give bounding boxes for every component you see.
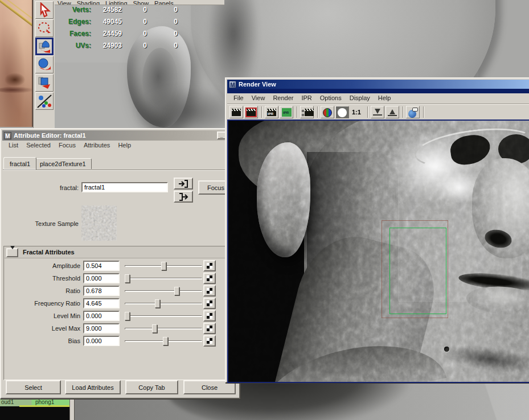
tab-fractal1[interactable]: fractal1 <box>3 157 36 170</box>
swatch-label[interactable]: oud1 <box>1 399 14 405</box>
toolbar-separator <box>367 106 368 118</box>
rgb-channels-icon[interactable] <box>321 106 334 118</box>
hud-uvs-hilite-count: 0 <box>150 42 178 50</box>
threshold-slider-handle[interactable] <box>125 274 130 283</box>
rv-menu-file[interactable]: File <box>229 93 248 103</box>
bias-map-button[interactable] <box>203 335 216 347</box>
panel-menu-panels[interactable]: Panels <box>151 0 177 5</box>
bias-slider[interactable] <box>125 336 202 346</box>
one-to-one-icon[interactable]: 1:1 <box>350 106 364 118</box>
attribute-editor-tabs: fractal1 place2dTexture1 <box>3 155 238 169</box>
checker-map-icon <box>207 275 212 281</box>
copy-tab-button[interactable]: Copy Tab <box>125 380 178 394</box>
input-connection-button[interactable] <box>174 178 193 190</box>
panel-menu-show[interactable]: Show <box>130 0 152 5</box>
ipr-update-icon[interactable]: IPR <box>280 106 293 118</box>
threshold-slider[interactable] <box>125 274 202 283</box>
rv-menu-display[interactable]: Display <box>346 93 374 103</box>
ratio-input[interactable] <box>83 286 120 296</box>
ae-menu-selected[interactable]: Selected <box>22 141 55 150</box>
level-max-slider[interactable] <box>125 324 202 333</box>
render-view-window: M Render View FileViewRenderIPROptionsDi… <box>225 77 529 383</box>
rotate-tool-button[interactable] <box>35 56 54 73</box>
ae-menu-focus[interactable]: Focus <box>55 141 80 150</box>
hud-verts-label: Verts: <box>56 6 91 14</box>
threshold-input[interactable] <box>83 273 120 283</box>
tray-icon <box>373 114 382 116</box>
rv-menu-view[interactable]: View <box>248 93 269 103</box>
amplitude-map-button[interactable] <box>203 260 216 271</box>
texture-sample-swatch[interactable] <box>81 205 117 241</box>
panel-menu-lighting[interactable]: Lighting <box>102 0 130 5</box>
ae-menu-help[interactable]: Help <box>114 141 135 150</box>
frequency-ratio-slider[interactable] <box>125 299 202 308</box>
rv-menu-render[interactable]: Render <box>269 93 297 103</box>
load-attributes-button[interactable]: Load Attributes <box>65 380 121 394</box>
render-image-area[interactable] <box>227 120 529 383</box>
clapperboard-icon <box>305 109 314 116</box>
hypershade-panel: oud1 phong1 <box>0 399 75 420</box>
dot-icon <box>302 110 304 112</box>
ratio-map-button[interactable] <box>203 285 216 297</box>
alpha-channel-icon[interactable] <box>335 106 349 118</box>
panel-menu-view[interactable]: View <box>55 0 74 5</box>
node-name-input[interactable] <box>81 182 168 192</box>
level-min-slider-handle[interactable] <box>125 312 130 320</box>
tab-place2dtexture1[interactable]: place2dTexture1 <box>34 158 92 169</box>
frequency-ratio-input[interactable] <box>83 298 120 308</box>
amplitude-input[interactable] <box>83 261 120 271</box>
level-max-slider-handle[interactable] <box>152 324 157 333</box>
panel-divider[interactable] <box>69 399 75 420</box>
clapperboard-icon <box>232 109 241 116</box>
slider-groove <box>125 303 202 304</box>
panel-menu-shading[interactable]: Shading <box>74 0 102 5</box>
hud-edges-count: 49045 <box>95 18 122 26</box>
amplitude-slider-handle[interactable] <box>161 262 166 270</box>
remove-image-icon[interactable] <box>386 106 399 118</box>
ae-menu-list[interactable]: List <box>5 141 22 150</box>
attribute-editor-menubar: ListSelectedFocusAttributesHelp <box>2 141 238 152</box>
swatch-label[interactable]: phong1 <box>35 399 54 405</box>
snapshot-icon[interactable] <box>300 106 314 118</box>
show-manipulator-tool-button[interactable] <box>35 92 54 110</box>
render-globals-icon[interactable] <box>406 106 420 118</box>
lasso-select-tool-button[interactable] <box>35 19 54 37</box>
maya-screen: ViewShadingLightingShowPanels Verts:2458… <box>0 0 529 420</box>
attribute-editor-titlebar[interactable]: M Attribute Editor: fractal1 _ [ <box>2 130 238 141</box>
level-max-input[interactable] <box>83 323 120 333</box>
move-tool-button[interactable] <box>35 38 54 55</box>
level-max-map-button[interactable] <box>203 323 216 334</box>
ae-menu-attributes[interactable]: Attributes <box>80 141 114 150</box>
rv-menu-options[interactable]: Options <box>316 93 346 103</box>
ratio-slider[interactable] <box>125 286 202 296</box>
threshold-map-button[interactable] <box>203 273 216 284</box>
skin-noise-texture <box>228 121 529 382</box>
bias-slider-handle[interactable] <box>163 337 168 345</box>
redo-previous-render-icon[interactable] <box>244 106 258 118</box>
frequency-ratio-slider-handle[interactable] <box>155 299 160 308</box>
rv-menu-help[interactable]: Help <box>374 93 395 103</box>
texture-sample-label: Texture Sample <box>3 220 79 227</box>
section-header[interactable]: Fractal Attributes <box>5 247 237 258</box>
ratio-slider-handle[interactable] <box>174 287 179 295</box>
level-min-slider[interactable] <box>125 311 202 321</box>
keep-image-icon[interactable] <box>371 106 384 118</box>
hud-uvs-label: UVs: <box>56 42 91 50</box>
toolbar-separator <box>261 106 263 118</box>
collapse-button[interactable] <box>6 248 18 257</box>
ipr-render-icon[interactable]: IPR <box>265 106 278 118</box>
render-icon[interactable] <box>229 106 243 118</box>
level-min-row: Level Min <box>5 310 233 323</box>
level-min-map-button[interactable] <box>203 310 216 322</box>
amplitude-slider[interactable] <box>125 261 202 271</box>
rv-menu-ipr[interactable]: IPR <box>297 93 315 103</box>
select-tool-button[interactable] <box>35 1 54 19</box>
scale-tool-button[interactable] <box>35 74 54 92</box>
frequency-ratio-map-button[interactable] <box>203 298 216 309</box>
bias-input[interactable] <box>83 336 120 346</box>
select-button[interactable]: Select <box>6 380 61 394</box>
level-min-input[interactable] <box>83 311 120 321</box>
render-view-titlebar[interactable]: M Render View <box>227 80 529 89</box>
output-connection-button[interactable] <box>174 191 193 203</box>
select-arrow-icon <box>36 2 52 18</box>
